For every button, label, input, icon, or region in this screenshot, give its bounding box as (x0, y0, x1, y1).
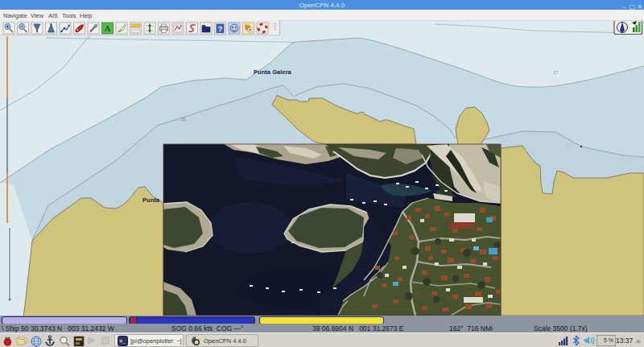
svg-text:Punta: Punta (142, 196, 160, 204)
svg-text:Punta Galera: Punta Galera (254, 68, 292, 76)
svg-text:A: A (105, 23, 111, 33)
svg-text:35: 35 (180, 117, 186, 122)
svg-text:?: ? (218, 25, 223, 33)
svg-text:17: 17 (553, 70, 559, 75)
svg-text:>_: >_ (119, 338, 126, 344)
